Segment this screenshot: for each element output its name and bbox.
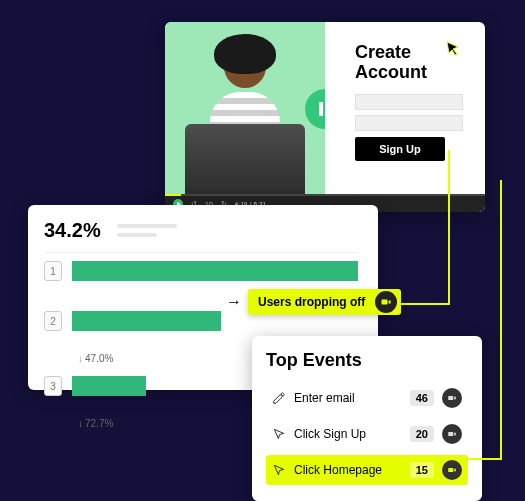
placeholder-line <box>117 233 157 237</box>
event-label: Enter email <box>294 391 402 405</box>
event-count: 20 <box>410 426 434 442</box>
bar-fill <box>72 261 358 281</box>
form-title-line1: Create <box>355 42 411 62</box>
connector-line <box>440 458 502 460</box>
video-camera-icon[interactable] <box>442 388 462 408</box>
down-arrow-icon: ↓ <box>78 353 83 364</box>
callout-text: Users dropping off <box>258 295 365 309</box>
top-events-card: Top Events Enter email46Click Sign Up20C… <box>252 336 482 501</box>
dropoff-callout[interactable]: Users dropping off <box>248 289 401 315</box>
video-camera-icon[interactable] <box>442 460 462 480</box>
signup-form-preview: Create Account Sign Up <box>325 22 485 196</box>
funnel-row: 1 <box>44 259 358 283</box>
cursor-click-icon <box>272 463 286 477</box>
video-area: Create Account Sign Up <box>165 22 485 196</box>
password-field[interactable] <box>355 115 463 131</box>
step-number: 1 <box>44 261 62 281</box>
connector-line <box>500 180 502 460</box>
connector-line <box>448 150 450 305</box>
event-row[interactable]: Click Homepage15 <box>266 455 468 485</box>
event-row[interactable]: Enter email46 <box>266 383 468 413</box>
video-camera-icon[interactable] <box>375 291 397 313</box>
bar-fill <box>72 376 146 396</box>
session-thumbnail <box>165 22 325 196</box>
bar-fill <box>72 311 221 331</box>
down-arrow-icon: ↓ <box>78 418 83 429</box>
connector-line <box>398 303 450 305</box>
event-count: 46 <box>410 390 434 406</box>
sign-up-button[interactable]: Sign Up <box>355 137 445 161</box>
pause-button[interactable] <box>305 89 325 129</box>
callout-arrow-icon: → <box>226 293 242 311</box>
video-camera-icon[interactable] <box>442 424 462 444</box>
step-number: 2 <box>44 311 62 331</box>
event-label: Click Homepage <box>294 463 402 477</box>
cursor-click-icon <box>272 427 286 441</box>
event-row[interactable]: Click Sign Up20 <box>266 419 468 449</box>
progress-track[interactable] <box>165 194 485 196</box>
placeholder-line <box>117 224 177 228</box>
email-field[interactable] <box>355 94 463 110</box>
session-replay-card: Create Account Sign Up ↺ 10 ↻ 4:19 / 8:3… <box>165 22 485 212</box>
top-events-title: Top Events <box>266 350 468 371</box>
step-number: 3 <box>44 376 62 396</box>
bar-track <box>72 261 358 281</box>
cursor-icon <box>445 40 461 56</box>
laptop-illustration <box>185 124 305 196</box>
event-count: 15 <box>410 462 434 478</box>
progress-fill <box>165 194 181 196</box>
conversion-rate: 34.2% <box>44 219 101 242</box>
divider <box>44 252 358 253</box>
form-title-line2: Account <box>355 62 427 82</box>
pencil-icon <box>272 391 286 405</box>
event-label: Click Sign Up <box>294 427 402 441</box>
